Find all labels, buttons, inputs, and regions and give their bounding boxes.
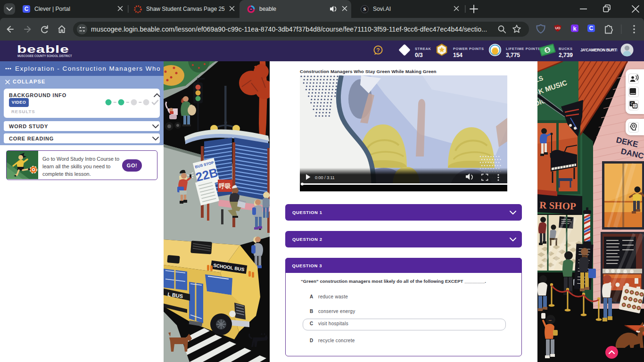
svg-text:UO: UO	[555, 26, 560, 30]
svg-text:k: k	[573, 25, 577, 32]
svg-text:R SHOP: R SHOP	[539, 199, 577, 212]
svg-text:0:00 / 3:11: 0:00 / 3:11	[315, 175, 335, 180]
svg-text:文: 文	[633, 104, 637, 108]
svg-text:C: C	[589, 25, 593, 32]
svg-text:呼吸: 呼吸	[219, 182, 231, 189]
svg-text:?: ?	[376, 47, 380, 54]
